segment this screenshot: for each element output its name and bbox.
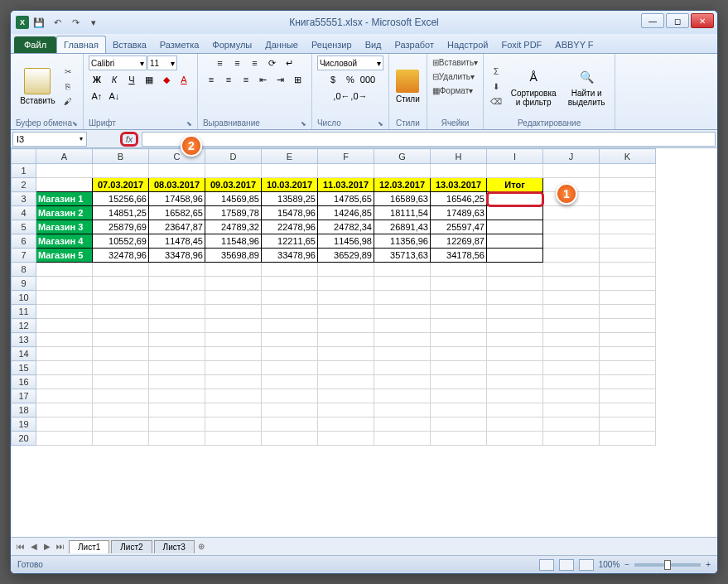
tab-layout[interactable]: Разметка	[153, 36, 206, 53]
cell[interactable]: 12211,65	[262, 234, 318, 249]
qat-more-icon[interactable]: ▾	[85, 14, 102, 31]
row-header[interactable]: 13	[12, 333, 36, 347]
cell[interactable]	[93, 417, 149, 432]
cell[interactable]	[205, 389, 262, 403]
cell[interactable]	[36, 432, 93, 446]
maximize-button[interactable]: ◻	[666, 13, 689, 28]
cell[interactable]: 07.03.2017	[93, 178, 149, 192]
cell[interactable]	[262, 375, 318, 389]
cell[interactable]	[262, 319, 318, 333]
cell[interactable]	[600, 263, 656, 277]
cell[interactable]	[600, 432, 656, 446]
cell[interactable]: 33478,96	[262, 249, 318, 263]
cell[interactable]: 14851,25	[93, 206, 149, 220]
cell[interactable]	[149, 305, 205, 319]
cell[interactable]	[262, 277, 318, 291]
cell[interactable]	[262, 432, 318, 446]
cell[interactable]	[149, 375, 205, 389]
cell[interactable]: Магазин 3	[36, 220, 93, 234]
cell[interactable]	[318, 164, 374, 178]
cell[interactable]: 15478,96	[262, 206, 318, 220]
grow-font-icon[interactable]: A↑	[89, 89, 105, 104]
fill-color-button[interactable]: ◆	[158, 72, 175, 87]
tab-abbyy[interactable]: ABBYY F	[548, 36, 600, 53]
underline-button[interactable]: Ч	[123, 72, 140, 87]
percent-icon[interactable]: %	[342, 72, 359, 87]
cell[interactable]	[36, 417, 93, 432]
cell[interactable]	[600, 375, 656, 389]
column-header[interactable]: F	[318, 149, 374, 164]
cell[interactable]: Магазин 5	[36, 249, 93, 263]
currency-icon[interactable]: $	[325, 72, 341, 87]
cell[interactable]	[93, 277, 149, 291]
cell[interactable]	[36, 319, 93, 333]
cell[interactable]	[205, 305, 262, 319]
cell[interactable]	[600, 305, 656, 319]
cell[interactable]	[600, 347, 656, 361]
cell[interactable]	[149, 417, 205, 432]
orientation-icon[interactable]: ⟳	[263, 56, 280, 70]
cell[interactable]	[36, 291, 93, 305]
row-header[interactable]: 20	[12, 432, 36, 446]
cell[interactable]	[543, 220, 600, 234]
cell[interactable]	[318, 263, 374, 277]
cell[interactable]: 12269,87	[431, 234, 487, 249]
row-header[interactable]: 4	[12, 206, 36, 220]
indent-inc-icon[interactable]: ⇥	[272, 72, 289, 87]
cell[interactable]	[262, 389, 318, 403]
undo-icon[interactable]: ↶	[49, 14, 65, 31]
number-format-combo[interactable]: Числовой▾	[317, 56, 383, 70]
cell[interactable]	[487, 333, 543, 347]
tab-formulas[interactable]: Формулы	[205, 36, 258, 53]
cell[interactable]: 24789,32	[205, 220, 262, 234]
cell[interactable]	[318, 417, 374, 432]
merge-icon[interactable]: ⊞	[290, 72, 306, 87]
cell[interactable]	[36, 361, 93, 375]
cell[interactable]	[543, 263, 600, 277]
row-header[interactable]: 6	[12, 234, 36, 249]
cell[interactable]	[431, 305, 487, 319]
cell[interactable]	[543, 319, 600, 333]
cell[interactable]	[262, 291, 318, 305]
cell[interactable]	[431, 361, 487, 375]
cell[interactable]	[543, 206, 600, 220]
cell[interactable]	[374, 432, 431, 446]
cell[interactable]	[543, 403, 600, 417]
cell[interactable]	[543, 164, 600, 178]
cell[interactable]	[600, 333, 656, 347]
redo-icon[interactable]: ↷	[67, 14, 84, 31]
insert-cells-button[interactable]: ⊞ Вставить ▾	[432, 56, 478, 69]
cell[interactable]	[262, 403, 318, 417]
cell[interactable]	[487, 417, 543, 432]
cell[interactable]: 35698,89	[205, 249, 262, 263]
fill-icon[interactable]: ⬇	[489, 80, 504, 94]
cell[interactable]: 16546,25	[431, 192, 487, 206]
cell[interactable]	[318, 291, 374, 305]
align-center-icon[interactable]: ≡	[220, 72, 237, 87]
sheet-tab[interactable]: Лист1	[69, 540, 109, 553]
cell[interactable]: 11.03.2017	[318, 178, 374, 192]
cell[interactable]: 26891,43	[374, 220, 431, 234]
cell[interactable]	[318, 333, 374, 347]
format-cells-button[interactable]: ▦ Формат ▾	[432, 84, 474, 97]
row-header[interactable]: 10	[12, 291, 36, 305]
tab-home[interactable]: Главная	[56, 36, 106, 53]
row-header[interactable]: 15	[12, 361, 36, 375]
row-header[interactable]: 2	[12, 178, 36, 192]
column-header[interactable]: B	[93, 149, 149, 164]
column-header[interactable]: E	[262, 149, 318, 164]
dialog-launcher-icon[interactable]: ⬊	[186, 120, 192, 128]
align-top-icon[interactable]: ≡	[211, 56, 228, 70]
cell[interactable]	[93, 389, 149, 403]
cell[interactable]	[487, 432, 543, 446]
sheet-tab[interactable]: Лист3	[154, 540, 195, 553]
cell[interactable]	[543, 249, 600, 263]
cell[interactable]	[431, 291, 487, 305]
sheet-nav-prev-icon[interactable]: ◀	[27, 540, 41, 553]
cell[interactable]	[149, 319, 205, 333]
cell[interactable]	[36, 164, 93, 178]
wrap-text-icon[interactable]: ↵	[281, 56, 297, 70]
cell[interactable]	[318, 277, 374, 291]
cell[interactable]	[431, 319, 487, 333]
cell[interactable]	[374, 164, 431, 178]
